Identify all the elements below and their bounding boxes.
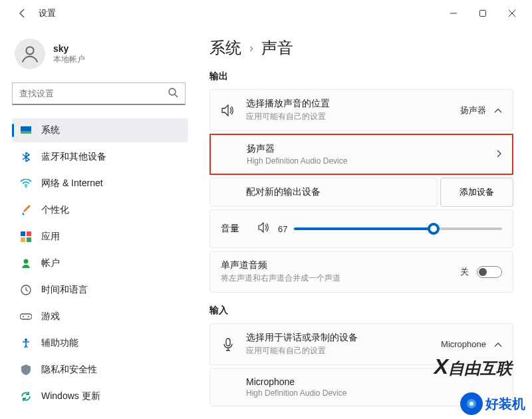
svg-rect-11 [27,237,31,242]
sidebar-item-label: 隐私和安全性 [41,364,97,376]
main-content: 系统 › 声音 输出 选择播放声音的位置 应用可能有自己的设置 扬声器 [196,27,532,419]
clock-icon [20,284,32,296]
update-icon [20,390,32,402]
sidebar-item-personalization[interactable]: 个性化 [12,198,188,222]
bluetooth-icon [20,151,32,163]
speaker-icon[interactable] [258,222,271,235]
card-sub: 应用可能有自己的设置 [246,345,430,356]
card-title: 选择用于讲话或录制的设备 [246,332,430,344]
svg-point-17 [25,339,27,341]
account-icon [20,257,32,269]
section-input-heading: 输入 [209,305,513,317]
sidebar-item-system[interactable]: 系统 [12,118,188,142]
svg-rect-9 [27,231,31,236]
sidebar-item-bluetooth[interactable]: 蓝牙和其他设备 [12,145,188,169]
card-sub: 应用可能有自己的设置 [246,111,450,122]
volume-slider[interactable] [294,227,502,230]
back-button[interactable] [16,7,29,20]
card-title: 选择播放声音的位置 [246,98,450,110]
close-button[interactable] [497,3,527,24]
sidebar-item-time-language[interactable]: 时间和语言 [12,278,188,302]
chevron-up-icon [494,339,502,350]
search-input[interactable] [12,82,186,105]
svg-rect-10 [21,237,25,242]
chevron-right-icon [496,149,501,160]
chevron-right-icon: › [249,41,253,55]
brush-icon [20,204,32,216]
card-title: 配对新的输出设备 [246,186,426,198]
breadcrumb-root[interactable]: 系统 [209,37,241,59]
speaker-icon [221,104,235,116]
svg-rect-1 [480,11,486,17]
system-icon [20,124,32,136]
section-output-heading: 输出 [209,70,513,82]
input-device-card[interactable]: Microphone High Definition Audio Device [209,368,513,406]
sidebar-item-label: 应用 [41,231,60,243]
game-icon [20,311,32,323]
maximize-button[interactable] [468,3,497,24]
card-title: Microphone [246,376,502,387]
mono-state: 关 [460,266,469,278]
sidebar-item-privacy[interactable]: 隐私和安全性 [12,358,188,382]
sidebar-item-label: 时间和语言 [41,284,88,296]
output-select-value: 扬声器 [460,104,486,116]
svg-rect-18 [226,339,230,346]
sidebar-item-label: 系统 [41,124,60,136]
sidebar: sky 本地帐户 系统 蓝牙和其他设备 网络 & Internet [0,27,196,419]
svg-rect-8 [21,231,25,236]
minimize-button[interactable] [439,3,468,24]
sidebar-item-update[interactable]: Windows 更新 [12,384,188,408]
sidebar-item-label: Windows 更新 [41,390,100,402]
apps-icon [20,231,32,243]
sidebar-item-label: 帐户 [41,257,60,269]
avatar [15,39,45,69]
microphone-icon [221,338,235,351]
user-subtitle: 本地帐户 [53,54,85,65]
pair-device-card: 配对新的输出设备 [209,178,438,207]
sidebar-item-gaming[interactable]: 游戏 [12,305,188,329]
user-name: sky [53,43,85,54]
svg-point-7 [25,186,27,188]
svg-point-16 [28,316,29,317]
card-sub: High Definition Audio Device [247,156,485,166]
svg-rect-6 [21,131,31,134]
breadcrumb: 系统 › 声音 [209,37,513,59]
sidebar-item-label: 蓝牙和其他设备 [41,151,106,163]
add-device-button[interactable]: 添加设备 [440,178,513,207]
volume-label: 音量 [221,223,247,235]
app-title: 设置 [39,7,56,19]
shield-icon [20,364,32,376]
svg-rect-14 [20,314,32,319]
sidebar-item-network[interactable]: 网络 & Internet [12,172,188,196]
mono-audio-card[interactable]: 单声道音频 将左声道和右声道合并成一个声道 关 [209,251,513,293]
wifi-icon [20,178,32,190]
user-block[interactable]: sky 本地帐户 [15,39,186,69]
sidebar-item-accessibility[interactable]: 辅助功能 [12,331,188,355]
search-icon [168,87,178,100]
mono-toggle[interactable] [477,266,502,278]
svg-line-4 [175,94,178,97]
sidebar-item-label: 个性化 [41,204,69,216]
volume-card: 音量 67 [209,210,513,248]
svg-point-15 [23,316,24,317]
svg-point-3 [169,88,176,95]
sidebar-item-label: 游戏 [41,311,60,323]
svg-point-2 [26,47,33,54]
card-sub: High Definition Audio Device [246,388,502,398]
accessibility-icon [20,337,32,349]
output-device-card[interactable]: 扬声器 High Definition Audio Device [209,134,513,175]
chevron-up-icon [494,105,502,116]
card-title: 扬声器 [247,143,485,155]
output-select-card[interactable]: 选择播放声音的位置 应用可能有自己的设置 扬声器 [209,89,513,131]
sidebar-item-label: 辅助功能 [41,337,78,349]
card-title: 单声道音频 [221,259,450,271]
sidebar-item-label: 网络 & Internet [41,178,103,190]
sidebar-item-apps[interactable]: 应用 [12,225,188,249]
input-select-value: Microphone [441,339,486,349]
input-select-card[interactable]: 选择用于讲话或录制的设备 应用可能有自己的设置 Microphone [209,323,513,365]
card-sub: 将左声道和右声道合并成一个声道 [221,273,450,284]
svg-point-12 [24,259,29,264]
breadcrumb-current: 声音 [261,37,293,59]
sidebar-item-accounts[interactable]: 帐户 [12,251,188,275]
volume-value: 67 [278,224,287,234]
